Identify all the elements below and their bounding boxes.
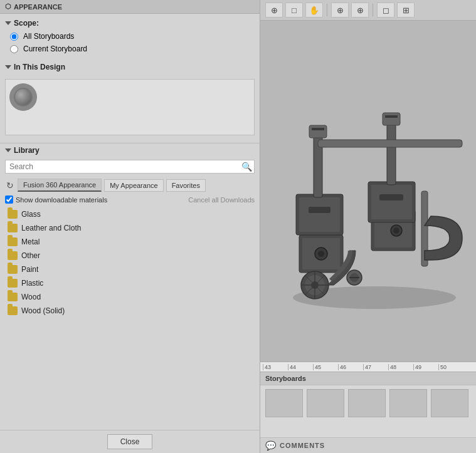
toolbar-btn-view[interactable]: ◻: [377, 3, 394, 18]
material-label: Glass: [21, 210, 41, 219]
panel-header: ⬡ APPEARANCE: [0, 0, 260, 14]
material-item-metal[interactable]: Metal: [5, 235, 255, 249]
tab-favorites[interactable]: Favorites: [166, 179, 206, 192]
comments-icon: 💬: [265, 440, 276, 450]
right-panel: ⊕ □ ✋ ⊕ ⊕ ◻ ⊞: [260, 0, 476, 453]
ruler-mark-44: 44: [288, 364, 313, 370]
storyboard-thumb-1[interactable]: [265, 389, 303, 417]
storyboard-thumb-3[interactable]: [348, 389, 386, 417]
bottom-area: Storyboards 💬 COMMENTS: [260, 372, 476, 453]
svg-rect-13: [371, 185, 412, 219]
in-this-design-section: [0, 74, 260, 140]
all-storyboards-label: All Storyboards: [23, 32, 74, 41]
show-downloadable-checkbox[interactable]: [5, 195, 13, 204]
storyboard-thumb-5[interactable]: [431, 389, 468, 417]
cancel-downloads-button[interactable]: Cancel all Downloads: [188, 196, 255, 204]
svg-rect-20: [385, 115, 398, 118]
scope-section: All Storyboards Current Storyboard: [0, 30, 260, 60]
svg-rect-16: [309, 125, 327, 138]
all-storyboards-row: All Storyboards: [10, 30, 255, 43]
material-item-other[interactable]: Other: [5, 249, 255, 263]
ruler-mark-45: 45: [313, 364, 338, 370]
folder-icon: [8, 306, 18, 315]
material-label: Paint: [21, 265, 38, 274]
svg-rect-21: [318, 140, 462, 147]
downloads-row: Show downloadable materials Cancel all D…: [0, 194, 260, 205]
storyboard-row: Storyboards: [260, 372, 476, 385]
search-bar: 🔍: [5, 160, 255, 174]
3d-model-svg: [262, 66, 475, 316]
search-input[interactable]: [5, 160, 255, 174]
panel-footer: Close: [0, 430, 260, 453]
show-downloadable-label: Show downloadable materials: [5, 195, 107, 204]
svg-rect-11: [309, 207, 331, 213]
in-this-design-section-header[interactable]: In This Design: [0, 60, 260, 74]
storyboard-thumb-4[interactable]: [389, 389, 427, 417]
material-thumbnail[interactable]: [9, 83, 37, 111]
material-item-wood-solid[interactable]: Wood (Solid): [5, 304, 255, 318]
toolbar-btn-select[interactable]: □: [285, 3, 303, 18]
toolbar-btn-zoom2[interactable]: ⊕: [351, 3, 369, 18]
close-button[interactable]: Close: [107, 434, 153, 449]
library-toggle-icon: [5, 148, 11, 152]
toolbar-btn-grid[interactable]: ⊞: [397, 3, 415, 18]
bg-thumbnails: [260, 385, 476, 421]
folder-icon: [8, 279, 18, 288]
appearance-icon: ⬡: [5, 3, 11, 11]
material-thumb-inner: [14, 88, 33, 107]
svg-rect-19: [383, 113, 400, 125]
material-item-plastic[interactable]: Plastic: [5, 276, 255, 290]
material-item-glass[interactable]: Glass: [5, 207, 255, 221]
material-label: Wood (Solid): [21, 306, 65, 315]
left-panel: ⬡ APPEARANCE Scope: All Storyboards Curr…: [0, 0, 260, 453]
toolbar-row: ⊕ □ ✋ ⊕ ⊕ ◻ ⊞: [260, 0, 476, 21]
svg-rect-14: [379, 194, 403, 200]
material-label: Other: [21, 251, 40, 260]
refresh-button[interactable]: ↻: [5, 179, 15, 192]
toolbar-btn-pan[interactable]: ✋: [305, 3, 323, 18]
toolbar-separator-2: [373, 4, 373, 16]
library-section-header[interactable]: Library: [0, 143, 260, 157]
toolbar-btn-move[interactable]: ⊕: [265, 3, 283, 18]
tabs-row: ↻ Fusion 360 Appearance My Appearance Fa…: [0, 176, 260, 194]
all-storyboards-radio[interactable]: [10, 33, 18, 41]
material-item-wood[interactable]: Wood: [5, 290, 255, 304]
svg-rect-10: [299, 197, 340, 232]
folder-icon: [8, 237, 18, 246]
ruler-mark-46: 46: [338, 364, 363, 370]
main-container: ⬡ APPEARANCE Scope: All Storyboards Curr…: [0, 0, 476, 453]
ruler-mark-49: 49: [413, 364, 438, 370]
folder-icon: [8, 293, 18, 301]
current-storyboard-label: Current Storyboard: [23, 44, 87, 53]
material-label: Plastic: [21, 279, 43, 288]
folder-icon: [8, 265, 18, 274]
svg-rect-17: [312, 128, 324, 130]
panel-title: APPEARANCE: [14, 3, 62, 11]
svg-point-4: [318, 251, 324, 257]
storyboard-label: Storyboards: [265, 375, 306, 382]
material-item-paint[interactable]: Paint: [5, 263, 255, 276]
comments-bar: 💬 COMMENTS: [260, 437, 476, 453]
svg-point-8: [394, 228, 399, 234]
storyboard-thumb-2[interactable]: [307, 389, 344, 417]
tab-fusion360[interactable]: Fusion 360 Appearance: [18, 179, 102, 192]
material-label: Wood: [21, 293, 41, 301]
svg-rect-18: [387, 116, 396, 185]
panel-content: Scope: All Storyboards Current Storyboar…: [0, 14, 260, 430]
ruler-mark-47: 47: [363, 364, 388, 370]
search-button[interactable]: 🔍: [241, 162, 252, 172]
3d-view[interactable]: [260, 21, 476, 362]
library-label: Library: [14, 146, 40, 155]
scope-section-header[interactable]: Scope:: [0, 16, 260, 30]
library-section: Library 🔍 ↻ Fusion 360 Appearance My App…: [0, 143, 260, 320]
material-label: Metal: [21, 237, 40, 246]
ruler-mark-50: 50: [438, 364, 463, 370]
scope-label: Scope:: [14, 19, 39, 28]
ruler-mark-48: 48: [388, 364, 413, 370]
current-storyboard-radio[interactable]: [10, 45, 18, 53]
scope-toggle-icon: [5, 21, 11, 25]
in-this-design-toggle-icon: [5, 65, 11, 69]
toolbar-btn-zoom[interactable]: ⊕: [331, 3, 349, 18]
tab-my-appearance[interactable]: My Appearance: [104, 179, 163, 192]
material-item-leather-cloth[interactable]: Leather and Cloth: [5, 221, 255, 235]
